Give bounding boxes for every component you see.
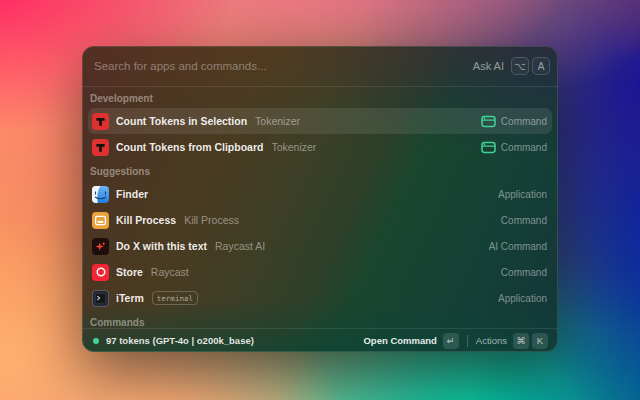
list-item[interactable]: StoreRaycastCommand	[88, 259, 552, 285]
search-input[interactable]: Search for apps and commands...	[94, 60, 473, 72]
item-title: Count Tokens from Clipboard	[116, 141, 263, 153]
search-bar: Search for apps and commands... Ask AI ⌥…	[82, 46, 558, 86]
status-bar: 97 tokens (GPT-4o | o200k_base) Open Com…	[82, 328, 558, 352]
section-header-suggestions: Suggestions	[88, 160, 552, 181]
finder-icon	[92, 186, 109, 203]
kill-process-icon	[92, 212, 109, 229]
item-type: Command	[501, 116, 547, 127]
item-type: AI Command	[489, 241, 547, 252]
command-icon	[481, 115, 496, 128]
item-title: iTerm	[116, 292, 144, 304]
ask-ai-label: Ask AI	[473, 60, 504, 72]
item-type: Command	[501, 142, 547, 153]
enter-key-icon: ↵	[443, 333, 459, 349]
list-item[interactable]: Count Tokens in SelectionTokenizerComman…	[88, 108, 552, 134]
item-title: Store	[116, 266, 143, 278]
section-header-commands: Commands	[88, 311, 552, 328]
command-icon	[481, 141, 496, 154]
option-key-icon: ⌥	[511, 57, 529, 75]
a-key-icon: A	[532, 57, 550, 75]
ask-ai[interactable]: Ask AI ⌥ A	[473, 57, 550, 75]
item-subtitle: Raycast AI	[215, 240, 265, 252]
item-type: Command	[501, 267, 547, 278]
list-item[interactable]: iTermterminalApplication	[88, 285, 552, 311]
status-dot-icon	[93, 338, 99, 344]
store-icon	[92, 264, 109, 281]
item-title: Do X with this text	[116, 240, 207, 252]
item-subtitle: Kill Process	[184, 214, 239, 226]
item-subtitle: Tokenizer	[255, 115, 300, 127]
item-type: Application	[498, 189, 547, 200]
item-type: Application	[498, 293, 547, 304]
tokenizer-icon	[92, 113, 109, 130]
list-item[interactable]: Kill ProcessKill ProcessCommand	[88, 207, 552, 233]
list-item[interactable]: FinderApplication	[88, 181, 552, 207]
command-key-icon: ⌘	[513, 333, 529, 349]
item-title: Count Tokens in Selection	[116, 115, 247, 127]
results-list: DevelopmentCount Tokens in SelectionToke…	[82, 87, 558, 328]
item-title: Finder	[116, 188, 148, 200]
section-header-development: Development	[88, 87, 552, 108]
k-key-icon: K	[532, 333, 548, 349]
item-subtitle: Tokenizer	[271, 141, 316, 153]
tokenizer-icon	[92, 139, 109, 156]
open-command-button[interactable]: Open Command	[363, 335, 436, 346]
list-item[interactable]: Do X with this textRaycast AIAI Command	[88, 233, 552, 259]
raycast-ai-icon	[92, 238, 109, 255]
iterm-icon	[92, 290, 109, 307]
list-item[interactable]: Count Tokens from ClipboardTokenizerComm…	[88, 134, 552, 160]
item-subtitle: Raycast	[151, 266, 189, 278]
item-type: Command	[501, 215, 547, 226]
raycast-window: Search for apps and commands... Ask AI ⌥…	[82, 46, 558, 352]
actions-button[interactable]: Actions	[476, 335, 507, 346]
item-tag: terminal	[152, 291, 198, 305]
item-title: Kill Process	[116, 214, 176, 226]
status-result: 97 tokens (GPT-4o | o200k_base)	[106, 335, 363, 346]
statusbar-separator	[467, 335, 468, 347]
